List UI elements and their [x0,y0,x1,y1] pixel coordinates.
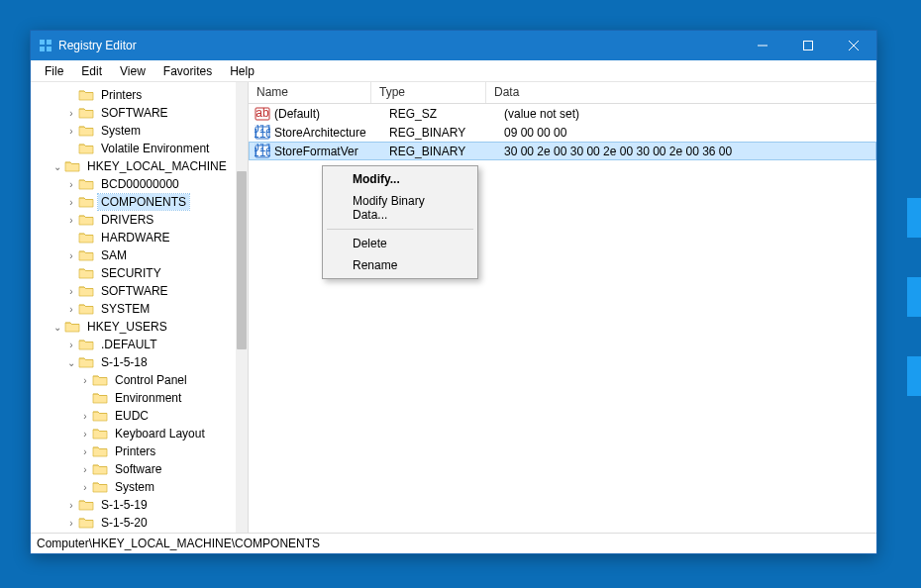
tree-item[interactable]: ⌄HKEY_LOCAL_MACHINE [35,157,236,175]
tree-item[interactable]: ›SAM [35,246,236,264]
tree-item[interactable]: Environment [35,389,236,407]
list-view[interactable]: ab(Default)REG_SZ(value not set)011110St… [249,104,876,533]
folder-icon [78,88,94,102]
tree-item-label: .DEFAULT [98,337,159,352]
tree-item-label: Environment [112,390,184,406]
folder-icon [78,142,94,155]
value-type: REG_BINARY [389,126,504,140]
status-path: Computer\HKEY_LOCAL_MACHINE\COMPONENTS [37,537,320,550]
svg-rect-1 [47,40,51,45]
chevron-right-icon[interactable]: › [64,500,78,511]
chevron-right-icon[interactable]: › [64,179,78,190]
tree-item-label: SECURITY [98,265,164,281]
maximize-button[interactable] [785,31,831,60]
chevron-right-icon[interactable]: › [78,429,92,440]
value-row[interactable]: 011110StoreFormatVerREG_BINARY30 00 2e 0… [249,142,876,160]
folder-icon [92,391,108,405]
svg-text:110: 110 [255,146,270,159]
chevron-down-icon[interactable]: ⌄ [51,322,64,333]
chevron-down-icon[interactable]: ⌄ [64,357,78,368]
ctx-modify[interactable]: Modify... [325,168,475,190]
close-button[interactable] [831,31,876,60]
tree-item[interactable]: ›DRIVERS [35,211,236,229]
tree-item[interactable]: ›Keyboard Layout [35,425,236,442]
menu-favorites[interactable]: Favorites [155,62,220,80]
tree-item[interactable]: ›COMPONENTS [35,193,236,211]
context-menu: Modify... Modify Binary Data... Delete R… [322,165,478,279]
tree-item[interactable]: ›Control Panel [35,371,236,389]
chevron-right-icon[interactable]: › [64,250,78,261]
value-data: 09 00 00 00 [504,126,876,140]
chevron-down-icon[interactable]: ⌄ [51,161,64,172]
ctx-delete[interactable]: Delete [325,233,475,254]
folder-icon [92,444,108,458]
minimize-button[interactable] [740,31,785,60]
tree-item[interactable]: ›S-1-5-20 [35,514,236,532]
folder-icon [78,498,94,512]
scrollbar-thumb[interactable] [237,171,247,349]
titlebar[interactable]: Registry Editor [31,31,876,60]
tree-view[interactable]: Printers›SOFTWARE›SystemVolatile Environ… [31,82,236,533]
svg-rect-5 [804,42,813,50]
chevron-right-icon[interactable]: › [78,446,92,457]
tree-item[interactable]: ⌄HKEY_USERS [35,318,236,336]
value-row[interactable]: ab(Default)REG_SZ(value not set) [249,104,876,123]
chevron-right-icon[interactable]: › [64,304,78,315]
folder-icon [78,338,94,351]
svg-text:ab: ab [256,106,269,120]
tree-item[interactable]: ›Printers [35,442,236,460]
column-data[interactable]: Data [486,82,876,103]
folder-icon [92,373,108,387]
tree-item[interactable]: ›SOFTWARE [35,104,236,122]
tree-item-label: Printers [98,87,145,103]
tree-item[interactable]: HARDWARE [35,229,236,246]
desktop-accent [907,198,921,396]
chevron-right-icon[interactable]: › [78,375,92,386]
menu-view[interactable]: View [112,62,154,80]
menu-edit[interactable]: Edit [73,62,110,80]
folder-icon [64,159,80,173]
tree-item[interactable]: ›Software [35,460,236,478]
column-type[interactable]: Type [371,82,486,103]
tree-scrollbar[interactable] [236,82,248,533]
tree-pane: Printers›SOFTWARE›SystemVolatile Environ… [31,82,249,533]
chevron-right-icon[interactable]: › [78,482,92,493]
tree-item[interactable]: ›System [35,122,236,140]
chevron-right-icon[interactable]: › [64,518,78,529]
tree-item[interactable]: Volatile Environment [35,140,236,157]
ctx-rename[interactable]: Rename [325,254,475,276]
value-row[interactable]: 011110StoreArchitectureREG_BINARY09 00 0… [249,123,876,142]
ctx-modify-binary[interactable]: Modify Binary Data... [325,190,475,226]
client-area: Printers›SOFTWARE›SystemVolatile Environ… [31,82,876,533]
tree-item[interactable]: ›EUDC [35,407,236,425]
tree-item-label: SYSTEM [98,301,153,317]
tree-item[interactable]: SECURITY [35,264,236,282]
chevron-right-icon[interactable]: › [64,340,78,350]
folder-icon [78,177,94,191]
tree-item[interactable]: ›BCD00000000 [35,175,236,193]
tree-item-label: SOFTWARE [98,283,171,299]
chevron-right-icon[interactable]: › [64,197,78,208]
chevron-right-icon[interactable]: › [64,286,78,297]
tree-item[interactable]: Printers [35,86,236,104]
tree-item[interactable]: ›SOFTWARE [35,282,236,300]
menu-help[interactable]: Help [222,62,262,80]
folder-icon [92,480,108,494]
chevron-right-icon[interactable]: › [78,411,92,422]
chevron-right-icon[interactable]: › [64,126,78,137]
tree-item-label: HARDWARE [98,230,173,245]
tree-item[interactable]: ›.DEFAULT [35,336,236,353]
chevron-right-icon[interactable]: › [64,108,78,119]
statusbar: Computer\HKEY_LOCAL_MACHINE\COMPONENTS [31,533,876,553]
folder-icon [78,195,94,209]
tree-item[interactable]: ›System [35,478,236,496]
chevron-right-icon[interactable]: › [64,215,78,226]
tree-item[interactable]: ⌄S-1-5-18 [35,353,236,371]
binary-value-icon: 011110 [255,125,270,141]
column-name[interactable]: Name [249,82,371,103]
tree-item[interactable]: ›S-1-5-19 [35,496,236,514]
value-name: StoreArchitecture [274,126,389,140]
tree-item[interactable]: ›SYSTEM [35,300,236,318]
menu-file[interactable]: File [37,62,71,80]
chevron-right-icon[interactable]: › [78,464,92,475]
